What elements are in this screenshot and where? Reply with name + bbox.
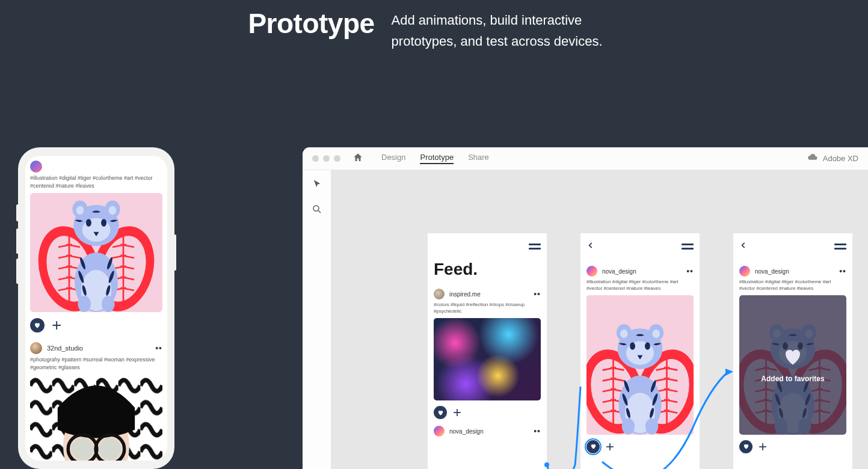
canvas[interactable]: Feed. inspired.me •• #colors #liquid #re… bbox=[331, 170, 868, 469]
hero-description: Add animations, build interactive protot… bbox=[392, 7, 620, 52]
post-tags: #illustration #digital #tiger #colorthem… bbox=[586, 278, 694, 292]
back-icon[interactable] bbox=[739, 241, 748, 252]
author-name: 32nd_studio bbox=[47, 345, 150, 352]
svg-point-54 bbox=[313, 206, 319, 211]
like-button[interactable] bbox=[30, 318, 45, 333]
menu-icon[interactable] bbox=[529, 244, 541, 250]
tab-design[interactable]: Design bbox=[381, 153, 405, 164]
overlay-text: Added to favorites bbox=[761, 375, 824, 384]
more-icon[interactable]: •• bbox=[534, 426, 541, 436]
avatar bbox=[739, 266, 750, 277]
heart-icon bbox=[782, 346, 804, 370]
svg-line-55 bbox=[318, 210, 321, 213]
window-controls[interactable] bbox=[312, 155, 340, 162]
like-button[interactable] bbox=[586, 440, 600, 453]
avatar bbox=[30, 161, 42, 173]
feed-title: Feed. bbox=[434, 260, 541, 279]
tab-share[interactable]: Share bbox=[468, 153, 489, 164]
hero-title: Prototype bbox=[248, 7, 374, 40]
menu-icon[interactable] bbox=[834, 244, 846, 250]
more-icon[interactable]: •• bbox=[686, 266, 694, 276]
post-image-tiger-overlay: Added to favorites bbox=[739, 295, 846, 434]
add-button[interactable]: + bbox=[52, 317, 61, 334]
post-image-woman bbox=[30, 375, 162, 461]
add-button[interactable]: + bbox=[453, 405, 461, 420]
zoom-tool-icon[interactable] bbox=[312, 204, 322, 217]
post-image-liquid bbox=[434, 318, 541, 400]
add-button[interactable]: + bbox=[606, 440, 614, 454]
author-name: nova_design bbox=[449, 428, 529, 435]
artboard-feed[interactable]: Feed. inspired.me •• #colors #liquid #re… bbox=[428, 233, 547, 469]
more-icon[interactable]: •• bbox=[839, 266, 846, 276]
avatar bbox=[434, 289, 445, 299]
more-icon[interactable]: •• bbox=[155, 343, 162, 353]
post-image-tiger bbox=[30, 193, 162, 312]
avatar bbox=[30, 342, 42, 354]
xd-app-window: Design Prototype Share Adobe XD bbox=[303, 147, 868, 469]
svg-point-52 bbox=[99, 438, 122, 461]
back-icon[interactable] bbox=[586, 241, 595, 252]
author-name: nova_design bbox=[755, 268, 834, 275]
more-icon[interactable]: •• bbox=[534, 289, 541, 299]
tab-prototype[interactable]: Prototype bbox=[420, 153, 454, 164]
author-name: nova_design bbox=[602, 268, 682, 275]
app-name: Adobe XD bbox=[823, 154, 858, 163]
svg-marker-59 bbox=[725, 369, 733, 376]
home-icon[interactable] bbox=[352, 152, 363, 165]
author-name: inspired.me bbox=[449, 291, 529, 298]
post-tags: #photograhy #pattern #surreal #woman #ex… bbox=[30, 356, 162, 371]
titlebar: Design Prototype Share Adobe XD bbox=[303, 147, 868, 170]
post-tags: #colors #liquid #reflection #drops #clos… bbox=[434, 301, 541, 314]
post-tags: #illustration #digital #tiger #colorthem… bbox=[739, 278, 846, 292]
cloud-icon bbox=[807, 153, 818, 164]
post-tags: #illustration #digital #tiger #colorthem… bbox=[30, 174, 162, 189]
svg-point-51 bbox=[72, 438, 94, 461]
post-image-tiger bbox=[586, 295, 694, 434]
toolbar bbox=[303, 170, 331, 469]
like-button[interactable] bbox=[739, 440, 753, 453]
svg-rect-48 bbox=[72, 414, 121, 433]
avatar bbox=[586, 266, 597, 277]
menu-icon[interactable] bbox=[682, 244, 694, 250]
like-button[interactable] bbox=[434, 406, 447, 419]
select-tool-icon[interactable] bbox=[312, 179, 322, 192]
artboard-favorited[interactable]: nova_design •• #illustration #digital #t… bbox=[733, 233, 852, 469]
phone-mockup: #illustration #digital #tiger #colorthem… bbox=[18, 147, 174, 469]
artboard-detail[interactable]: nova_design •• #illustration #digital #t… bbox=[580, 233, 700, 469]
avatar bbox=[434, 426, 445, 437]
add-button[interactable]: + bbox=[759, 440, 767, 454]
